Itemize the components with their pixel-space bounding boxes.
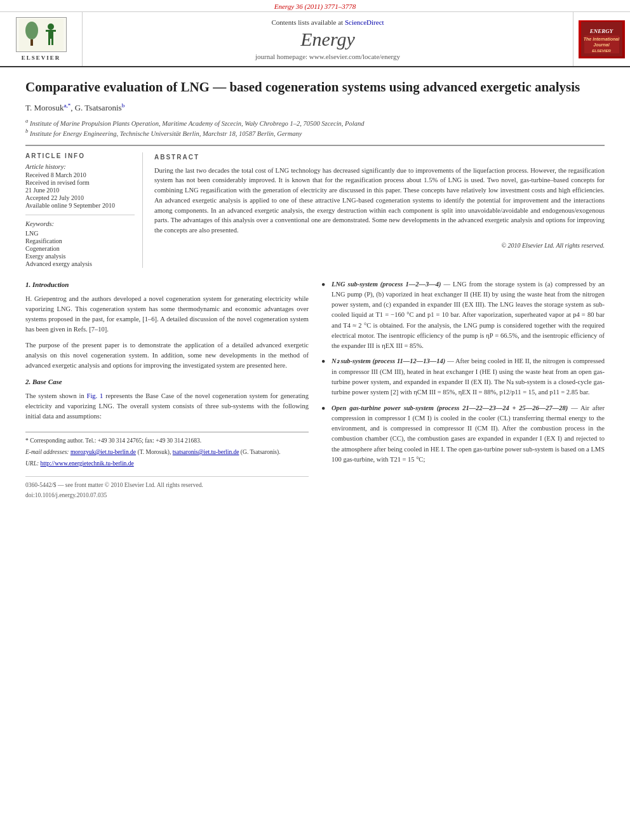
section1-heading: 1. Introduction [25, 279, 309, 290]
footnote-email: E-mail addresses: morozyuk@iet.tu-berlin… [25, 448, 309, 457]
keywords-block: Keywords: LNG Regasification Cogeneratio… [25, 220, 135, 267]
journal-citation: Energy 36 (2011) 3771–3778 [274, 3, 356, 10]
received-revised-label: Received in revised form [25, 179, 135, 186]
list-item-n2-text: N₂ sub-system (process 11—12—13—14) — Af… [332, 356, 605, 397]
svg-rect-5 [46, 30, 49, 32]
elsevier-logo-img [16, 17, 67, 52]
footnote-email-label: E-mail addresses: [25, 449, 69, 455]
keyword-2: Regasification [25, 237, 135, 244]
keyword-5: Advanced exergy analysis [25, 260, 135, 267]
affiliations: a Institute of Marine Propulsion Plants … [25, 117, 605, 137]
page: Energy 36 (2011) 3771–3778 [0, 0, 630, 840]
list-item-lng-text: LNG sub-system (process 1—2—3—4) — LNG f… [332, 279, 605, 352]
section1-para2: The purpose of the present paper is to d… [25, 340, 309, 371]
doi-line: doi:10.1016/j.energy.2010.07.035 [25, 491, 309, 500]
subsystem-list: ● LNG sub-system (process 1—2—3—4) — LNG… [321, 279, 605, 465]
svg-text:ELSEVIER: ELSEVIER [592, 49, 611, 53]
copyright-notice: © 2010 Elsevier Ltd. All rights reserved… [154, 241, 605, 250]
svg-point-1 [25, 22, 38, 39]
energy-logo-svg: ENERGY The International Journal ELSEVIE… [581, 22, 622, 57]
journal-header-center: Contents lists available at ScienceDirec… [83, 12, 573, 66]
author2-name: G. Tsatsaronis [75, 103, 122, 113]
lng-subsystem-label: LNG sub-system (process 1—2—3—4) [332, 281, 441, 288]
bullet-icon-lng: ● [321, 279, 328, 290]
keyword-4: Exergy analysis [25, 253, 135, 260]
article-info-label: ARTICLE INFO [25, 152, 135, 159]
authors-line: T. Morosuka,*, G. Tsatsaronisb [25, 102, 605, 113]
accepted-date: Accepted 22 July 2010 [25, 194, 135, 201]
svg-point-3 [48, 23, 54, 30]
revised-date: 21 June 2010 [25, 187, 135, 194]
n2-subsystem-label: N₂ sub-system (process 11—12—13—14) [332, 357, 445, 364]
keywords-label: Keywords: [25, 220, 135, 227]
abstract-paragraph: During the last two decades the total co… [154, 166, 605, 236]
body-right-column: ● LNG sub-system (process 1—2—3—4) — LNG… [321, 279, 605, 500]
svg-rect-2 [30, 39, 33, 46]
svg-text:The International: The International [584, 37, 620, 41]
sciencedirect-link[interactable]: ScienceDirect [345, 18, 384, 26]
svg-rect-0 [19, 19, 64, 51]
footnote-url: URL: http://www.energietechnik.tu-berlin… [25, 459, 309, 469]
elsevier-logo: ELSEVIER [16, 17, 67, 61]
svg-rect-7 [48, 39, 50, 45]
affiliation-1: a Institute of Marine Propulsion Plants … [25, 117, 605, 127]
energy-logo-area: ENERGY The International Journal ELSEVIE… [573, 12, 630, 66]
available-date: Available online 9 September 2010 [25, 202, 135, 209]
journal-name: Energy [300, 29, 355, 50]
svg-rect-4 [48, 30, 53, 39]
author1-name: T. Morosuk [25, 103, 64, 113]
section1-para1: H. Griepentrog and the authors developed… [25, 294, 309, 335]
abstract-text: During the last two decades the total co… [154, 166, 605, 250]
bullet-icon-open-gt: ● [321, 403, 328, 413]
article-history-block: Article history: Received 8 March 2010 R… [25, 163, 135, 215]
keyword-3: Cogeneration [25, 245, 135, 252]
svg-rect-8 [51, 39, 53, 45]
svg-text:Journal: Journal [593, 43, 610, 47]
email-link-1[interactable]: morozyuk@iet.tu-berlin.de [70, 449, 136, 455]
elsevier-tree-svg [19, 19, 64, 51]
energy-logo-box: ENERGY The International Journal ELSEVIE… [579, 20, 625, 58]
section2-heading: 2. Base Case [25, 377, 309, 387]
bullet-icon-n2: ● [321, 356, 328, 366]
list-item-open-gt-text: Open gas-turbine power sub-system (proce… [332, 403, 605, 465]
keyword-1: LNG [25, 230, 135, 237]
svg-text:ENERGY: ENERGY [589, 28, 614, 34]
sciencedirect-notice: Contents lists available at ScienceDirec… [271, 18, 384, 26]
history-label: Article history: [25, 163, 135, 170]
author1-sup: a,* [64, 102, 70, 109]
journal-header: ELSEVIER Contents lists available at Sci… [0, 12, 630, 67]
list-item-lng: ● LNG sub-system (process 1—2—3—4) — LNG… [321, 279, 605, 352]
keywords-list: LNG Regasification Cogeneration Exergy a… [25, 230, 135, 267]
list-item-n2: ● N₂ sub-system (process 11—12—13—14) — … [321, 356, 605, 397]
bottom-bar: 0360-5442/$ — see front matter © 2010 El… [25, 476, 309, 490]
open-gt-subsystem-label: Open gas-turbine power sub-system (proce… [332, 404, 568, 411]
issn-notice: 0360-5442/$ — see front matter © 2010 El… [25, 481, 203, 490]
journal-homepage: journal homepage: www.elsevier.com/locat… [255, 53, 400, 60]
footnote-corresponding: * Corresponding author. Tel.: +49 30 314… [25, 436, 309, 446]
footnote-area: * Corresponding author. Tel.: +49 30 314… [25, 432, 309, 468]
author2-sup: b [122, 102, 125, 109]
list-item-open-gt: ● Open gas-turbine power sub-system (pro… [321, 403, 605, 465]
abstract-column: ABSTRACT During the last two decades the… [154, 152, 605, 268]
article-info-abstract-section: ARTICLE INFO Article history: Received 8… [25, 145, 605, 268]
affiliation-2: b Institute for Energy Engineering, Tech… [25, 128, 605, 137]
body-section: 1. Introduction H. Griepentrog and the a… [25, 279, 605, 500]
elsevier-logo-area: ELSEVIER [0, 12, 83, 66]
received-date: Received 8 March 2010 [25, 171, 135, 178]
body-left-column: 1. Introduction H. Griepentrog and the a… [25, 279, 309, 500]
article-title: Comparative evaluation of LNG — based co… [25, 79, 605, 96]
journal-top-bar: Energy 36 (2011) 3771–3778 [0, 0, 630, 12]
email-link-2[interactable]: tsatsaronis@iet.tu-berlin.de [173, 449, 239, 455]
footnote-url-label: URL: [25, 460, 39, 467]
abstract-label: ABSTRACT [154, 152, 605, 162]
svg-rect-6 [53, 30, 56, 32]
url-link[interactable]: http://www.energietechnik.tu-berlin.de [41, 460, 134, 467]
main-content: Comparative evaluation of LNG — based co… [0, 67, 630, 513]
doi-text: doi:10.1016/j.energy.2010.07.035 [25, 492, 107, 498]
section2-para1: The system shown in Fig. 1 represents th… [25, 391, 309, 422]
article-info-column: ARTICLE INFO Article history: Received 8… [25, 152, 143, 268]
elsevier-wordmark: ELSEVIER [22, 55, 61, 61]
